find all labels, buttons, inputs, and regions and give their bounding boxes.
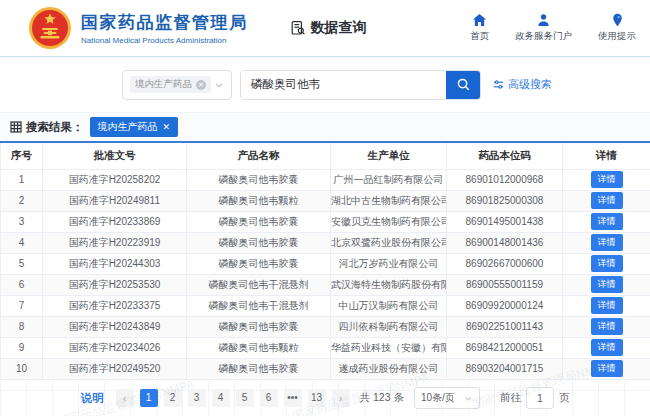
pin-icon bbox=[611, 13, 624, 27]
nav-home[interactable]: 首页 bbox=[470, 13, 489, 43]
row-detail-cell: 详情 bbox=[563, 190, 650, 211]
pagination-bar: 说明 ‹ 123456•••13 › 共 123 条 10条/页 前往 页 bbox=[0, 380, 650, 416]
col-detail: 详情 bbox=[563, 143, 650, 169]
row-approval-number: 国药准字H20223919 bbox=[43, 232, 187, 253]
pager-page-13[interactable]: 13 bbox=[308, 389, 326, 407]
detail-button[interactable]: 详情 bbox=[591, 234, 623, 251]
row-no: 8 bbox=[1, 316, 43, 337]
chevron-down-icon bbox=[464, 394, 473, 403]
filter-tag-close-icon[interactable]: ✕ bbox=[163, 122, 171, 132]
total-count: 共 123 条 bbox=[360, 391, 404, 405]
pager-page-6[interactable]: 6 bbox=[260, 389, 278, 407]
row-drug-code: 86901012000968 bbox=[447, 169, 563, 190]
row-manufacturer: 安徽贝克生物制药有限公司 bbox=[331, 211, 447, 232]
row-detail-cell: 详情 bbox=[563, 295, 650, 316]
row-drug-code: 86901825000308 bbox=[447, 190, 563, 211]
note-link[interactable]: 说明 bbox=[81, 391, 104, 406]
pager-next-button[interactable]: › bbox=[332, 389, 350, 407]
document-search-icon bbox=[290, 20, 306, 36]
col-product: 产品名称 bbox=[187, 143, 331, 169]
detail-button[interactable]: 详情 bbox=[591, 339, 623, 356]
tag-remove-icon[interactable]: ✕ bbox=[196, 80, 206, 90]
row-detail-cell: 详情 bbox=[563, 316, 650, 337]
home-icon bbox=[472, 13, 487, 27]
row-manufacturer: 中山万汉制药有限公司 bbox=[331, 295, 447, 316]
brand: 国家药品监督管理局 National Medical Products Admi… bbox=[28, 6, 248, 50]
row-product-name: 磷酸奥司他韦胶囊 bbox=[187, 169, 331, 190]
pager-page-4[interactable]: 4 bbox=[212, 389, 230, 407]
pager-pages: 123456•••13 bbox=[140, 389, 326, 407]
goto-page-input[interactable] bbox=[526, 387, 554, 409]
row-no: 3 bbox=[1, 211, 43, 232]
pager-page-2[interactable]: 2 bbox=[164, 389, 182, 407]
table-header-row: 序号 批准文号 产品名称 生产单位 药品本位码 详情 bbox=[1, 143, 650, 169]
detail-button[interactable]: 详情 bbox=[591, 318, 623, 335]
goto-page: 前往 页 bbox=[500, 387, 570, 409]
detail-button[interactable]: 详情 bbox=[591, 213, 623, 230]
row-manufacturer: 广州一品红制药有限公司 bbox=[331, 169, 447, 190]
row-product-name: 磷酸奥司他韦颗粒 bbox=[187, 190, 331, 211]
row-approval-number: 国药准字H20249811 bbox=[43, 190, 187, 211]
row-drug-code: 86902251001143 bbox=[447, 316, 563, 337]
filter-sliders-icon bbox=[493, 79, 504, 90]
row-drug-code: 86909920000124 bbox=[447, 295, 563, 316]
results-table: 序号 批准文号 产品名称 生产单位 药品本位码 详情 1国药准字H2025820… bbox=[0, 141, 650, 380]
row-approval-number: 国药准字H20234026 bbox=[43, 337, 187, 358]
row-detail-cell: 详情 bbox=[563, 274, 650, 295]
row-detail-cell: 详情 bbox=[563, 358, 650, 379]
results-bar: 搜索结果： 境内生产药品 ✕ bbox=[0, 112, 650, 141]
detail-button[interactable]: 详情 bbox=[591, 192, 623, 209]
data-query-title[interactable]: 数据查询 bbox=[290, 19, 367, 37]
advanced-search-link[interactable]: 高级搜索 bbox=[493, 77, 552, 92]
table-row: 4国药准字H20223919磷酸奥司他韦胶囊北京双鹭药业股份有限公司869001… bbox=[1, 232, 650, 253]
row-approval-number: 国药准字H20243849 bbox=[43, 316, 187, 337]
brand-text: 国家药品监督管理局 National Medical Products Admi… bbox=[81, 11, 248, 45]
search-input[interactable] bbox=[241, 71, 446, 99]
national-emblem-logo bbox=[28, 6, 72, 50]
row-manufacturer: 华益药业科技（安徽）有限公司 bbox=[331, 337, 447, 358]
row-approval-number: 国药准字H20253530 bbox=[43, 274, 187, 295]
nav-home-label: 首页 bbox=[470, 30, 489, 43]
detail-button[interactable]: 详情 bbox=[591, 171, 623, 188]
page-size-select[interactable]: 10条/页 bbox=[414, 387, 480, 409]
pager-prev-button[interactable]: ‹ bbox=[116, 389, 134, 407]
row-manufacturer: 河北万岁药业有限公司 bbox=[331, 253, 447, 274]
detail-button[interactable]: 详情 bbox=[591, 360, 623, 377]
pager-page-5[interactable]: 5 bbox=[236, 389, 254, 407]
row-product-name: 磷酸奥司他韦胶囊 bbox=[187, 358, 331, 379]
results-table-body: 1国药准字H20258202磷酸奥司他韦胶囊广州一品红制药有限公司8690101… bbox=[1, 169, 650, 379]
row-no: 5 bbox=[1, 253, 43, 274]
nav-usage-tips-label: 使用提示 bbox=[598, 30, 636, 43]
results-label: 搜索结果： bbox=[26, 120, 84, 135]
search-section: 境内生产药品 ✕ bbox=[0, 57, 650, 112]
detail-button[interactable]: 详情 bbox=[591, 297, 623, 314]
user-icon bbox=[536, 13, 551, 27]
table-row: 2国药准字H20249811磷酸奥司他韦颗粒湖北中古生物制药有限公司869018… bbox=[1, 190, 650, 211]
org-name-en: National Medical Products Administration bbox=[81, 36, 248, 45]
pager-ellipsis[interactable]: ••• bbox=[284, 389, 302, 407]
goto-prefix: 前往 bbox=[500, 391, 521, 405]
filter-tag[interactable]: 境内生产药品 ✕ bbox=[90, 117, 179, 137]
row-approval-number: 国药准字H20249520 bbox=[43, 358, 187, 379]
nav-usage-tips[interactable]: 使用提示 bbox=[598, 13, 636, 43]
table-row: 1国药准字H20258202磷酸奥司他韦胶囊广州一品红制药有限公司8690101… bbox=[1, 169, 650, 190]
row-no: 7 bbox=[1, 295, 43, 316]
category-select[interactable]: 境内生产药品 ✕ bbox=[122, 70, 232, 100]
table-row: 10国药准字H20249520磷酸奥司他韦胶囊遂成药业股份有限公司8690320… bbox=[1, 358, 650, 379]
row-product-name: 磷酸奥司他韦颗粒 bbox=[187, 337, 331, 358]
row-product-name: 磷酸奥司他韦胶囊 bbox=[187, 253, 331, 274]
detail-button[interactable]: 详情 bbox=[591, 276, 623, 293]
row-no: 2 bbox=[1, 190, 43, 211]
pager-page-3[interactable]: 3 bbox=[188, 389, 206, 407]
category-tag: 境内生产药品 ✕ bbox=[130, 76, 211, 93]
pager-page-1[interactable]: 1 bbox=[140, 389, 158, 407]
row-drug-code: 86903204001715 bbox=[447, 358, 563, 379]
table-row: 3国药准字H20233869磷酸奥司他韦胶囊安徽贝克生物制药有限公司869014… bbox=[1, 211, 650, 232]
search-button[interactable] bbox=[446, 71, 480, 99]
detail-button[interactable]: 详情 bbox=[591, 255, 623, 272]
chevron-down-icon bbox=[214, 80, 224, 90]
advanced-search-label: 高级搜索 bbox=[508, 77, 552, 92]
nav-gov-portal[interactable]: 政务服务门户 bbox=[515, 13, 572, 43]
table-row: 7国药准字H20233375磷酸奥司他韦干混悬剂中山万汉制药有限公司869099… bbox=[1, 295, 650, 316]
col-approval: 批准文号 bbox=[43, 143, 187, 169]
